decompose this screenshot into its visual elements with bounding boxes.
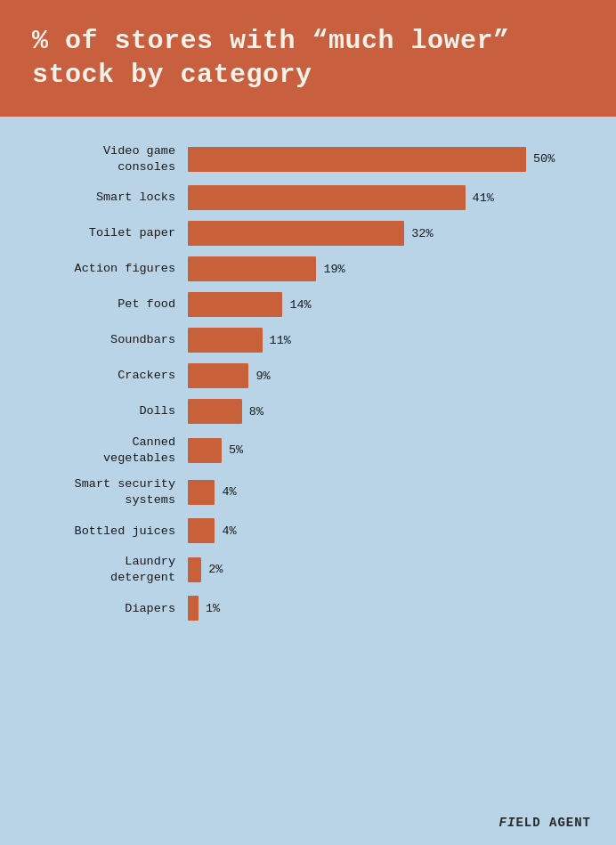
bar-label: Laundrydetergent	[32, 554, 188, 585]
bar	[188, 221, 404, 246]
bar-value: 11%	[270, 334, 291, 347]
bar-row: Action figures19%	[32, 256, 584, 281]
bar-container: 4%	[188, 480, 584, 505]
bar-label: Toilet paper	[32, 225, 188, 241]
bar-label: Bottled juices	[32, 524, 188, 540]
bar-value: 32%	[411, 227, 433, 240]
bar-value: 9%	[255, 370, 270, 383]
bar-container: 50%	[188, 147, 584, 172]
bar	[188, 256, 316, 281]
bar-label: Diapers	[32, 601, 188, 617]
bar-value: 41%	[473, 191, 494, 205]
bar	[188, 438, 222, 463]
bar-value: 2%	[208, 563, 223, 576]
bar-container: 5%	[188, 438, 584, 463]
bar	[188, 292, 282, 317]
bar-row: Smart securitysystems4%	[32, 476, 584, 508]
bar-row: Pet food14%	[32, 292, 584, 317]
bar-container: 4%	[188, 518, 584, 543]
bar-label: Smart securitysystems	[32, 476, 188, 508]
bar-value: 50%	[533, 152, 555, 166]
bar	[188, 328, 263, 353]
bar-label: Video gameconsoles	[32, 143, 188, 175]
bar-label: Crackers	[32, 368, 188, 384]
bar-container: 9%	[188, 363, 584, 388]
bar-container: 41%	[188, 185, 584, 210]
bar-container: 14%	[188, 292, 584, 317]
bar-label: Action figures	[32, 261, 188, 277]
bar-container: 11%	[188, 328, 584, 353]
bar-row: Toilet paper32%	[32, 221, 584, 246]
bar-row: Crackers9%	[32, 363, 584, 388]
bar-row: Bottled juices4%	[32, 518, 584, 543]
chart-title: % of stores with “much lower” stock by c…	[32, 25, 584, 92]
bar-label: Pet food	[32, 297, 188, 313]
bar-row: Smart locks41%	[32, 185, 584, 210]
bar-label: Dolls	[32, 403, 188, 419]
bar	[188, 147, 526, 172]
bar-value: 5%	[229, 443, 243, 457]
bar-value: 8%	[249, 405, 263, 418]
bar-value: 1%	[206, 602, 220, 615]
bar	[188, 480, 215, 505]
bars-container: Video gameconsoles50%Smart locks41%Toile…	[32, 143, 584, 621]
bar-container: 19%	[188, 256, 584, 281]
bar-row: Dolls8%	[32, 399, 584, 424]
chart-area: Video gameconsoles50%Smart locks41%Toile…	[0, 117, 616, 845]
chart-header: % of stores with “much lower” stock by c…	[0, 0, 616, 117]
bar-container: 2%	[188, 557, 584, 582]
brand-logo: FiELD AGENT	[499, 816, 591, 830]
bar-row: Diapers1%	[32, 596, 584, 621]
bar	[188, 557, 201, 582]
bar-row: Soundbars11%	[32, 328, 584, 353]
bar-row: Laundrydetergent2%	[32, 554, 584, 585]
bar-label: Cannedvegetables	[32, 435, 188, 466]
bar-container: 1%	[188, 596, 584, 621]
bar-value: 4%	[222, 485, 236, 499]
bar-label: Smart locks	[32, 190, 188, 206]
bar-value: 19%	[323, 263, 344, 276]
bar-row: Video gameconsoles50%	[32, 143, 584, 175]
bar-container: 8%	[188, 399, 584, 424]
bar	[188, 399, 242, 424]
bar-label: Soundbars	[32, 332, 188, 348]
bar	[188, 518, 215, 543]
bar-value: 14%	[289, 298, 311, 312]
title-line1: % of stores with “much lower”	[32, 26, 510, 56]
bar	[188, 363, 248, 388]
bar-container: 32%	[188, 221, 584, 246]
bar-value: 4%	[222, 524, 236, 538]
bar	[188, 185, 466, 210]
title-line2: stock by category	[32, 60, 312, 90]
bar-row: Cannedvegetables5%	[32, 435, 584, 466]
bar	[188, 596, 199, 621]
